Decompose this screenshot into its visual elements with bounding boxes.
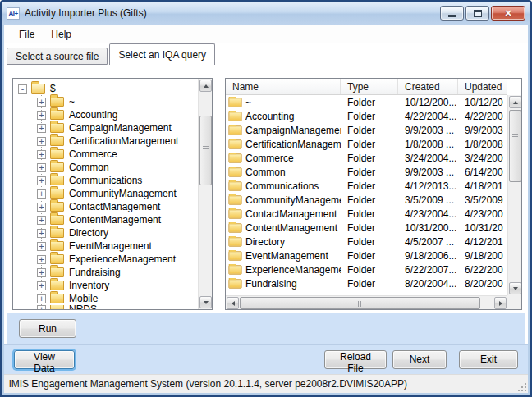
table-row[interactable]: Fundraising Folder 8/20/2004... 8/20/200 <box>226 276 507 290</box>
tree-item-label: Communications <box>69 175 142 186</box>
table-row[interactable]: EventManagement Folder 9/18/2006... 9/18… <box>226 249 507 262</box>
tree-item[interactable]: + Common <box>13 161 198 174</box>
menu-help[interactable]: Help <box>43 26 80 43</box>
expand-expander-icon[interactable]: + <box>37 229 46 238</box>
scroll-up-button[interactable] <box>509 96 521 108</box>
tree-item[interactable]: + Inventory <box>13 279 198 292</box>
tab-select-source-file[interactable]: Select a source file <box>7 48 108 65</box>
expand-expander-icon[interactable]: + <box>37 281 46 290</box>
expand-expander-icon[interactable]: + <box>37 216 46 225</box>
resize-grip-icon[interactable] <box>518 383 526 391</box>
scroll-up-button[interactable] <box>200 80 212 92</box>
scroll-right-button[interactable] <box>494 297 507 309</box>
table-row[interactable]: CampaignManagement Folder 9/9/2003 ... 9… <box>226 123 507 137</box>
row-name-label: Fundraising <box>245 278 297 290</box>
expand-expander-icon[interactable]: + <box>37 203 46 212</box>
tree-item[interactable]: + CertificationManagement <box>13 135 198 148</box>
next-button[interactable]: Next <box>392 350 447 369</box>
view-data-button[interactable]: View Data <box>14 350 75 369</box>
table-row[interactable]: ContentManagement Folder 10/31/200... 10… <box>226 221 507 235</box>
folder-icon <box>228 195 241 204</box>
table-row[interactable]: Communications Folder 4/12/2013... 4/18/… <box>226 179 507 193</box>
expand-expander-icon[interactable]: + <box>37 305 46 309</box>
tree-children: + ~ + Accounting + CampaignManagement + … <box>13 95 198 309</box>
column-header-updated[interactable]: Updated <box>458 79 507 94</box>
tree-item[interactable]: + ~ <box>13 95 198 108</box>
tree-item-root[interactable]: - $ <box>13 82 198 95</box>
scrollbar-thumb[interactable] <box>509 110 521 182</box>
reload-file-button[interactable]: Reload File <box>324 350 387 369</box>
scroll-down-button[interactable] <box>509 282 521 294</box>
close-button[interactable]: ✕ <box>491 6 525 21</box>
expand-expander-icon[interactable]: + <box>37 124 46 133</box>
minimize-button[interactable] <box>440 6 464 21</box>
expand-expander-icon[interactable]: + <box>37 242 46 251</box>
expand-expander-icon[interactable]: + <box>37 255 46 264</box>
tree-item[interactable]: + Communications <box>13 174 198 187</box>
column-header-name[interactable]: Name <box>226 79 341 94</box>
list-vertical-scrollbar[interactable] <box>507 95 521 295</box>
row-name-label: Commerce <box>245 153 294 164</box>
run-button[interactable]: Run <box>19 319 76 338</box>
tree-item[interactable]: + NRDS <box>13 305 198 309</box>
expand-expander-icon[interactable]: + <box>37 268 46 277</box>
expand-expander-icon[interactable]: + <box>37 150 46 159</box>
expand-expander-icon[interactable]: + <box>37 294 46 303</box>
tree-item[interactable]: + CampaignManagement <box>13 121 198 135</box>
tree-vertical-scrollbar[interactable] <box>198 79 212 309</box>
table-row[interactable]: ~ Folder 10/12/200... 10/12/20 <box>226 95 507 109</box>
row-name-cell: Directory <box>226 236 341 248</box>
row-name-cell: Fundraising <box>226 278 341 290</box>
scrollbar-thumb[interactable] <box>240 297 480 309</box>
scrollbar-thumb[interactable] <box>200 116 212 185</box>
expand-expander-icon[interactable]: + <box>37 176 46 185</box>
exit-button[interactable]: Exit <box>459 350 518 369</box>
expand-expander-icon[interactable]: + <box>37 111 46 120</box>
tree-item[interactable]: + Accounting <box>13 108 198 121</box>
folder-icon <box>228 209 241 218</box>
collapse-expander-icon[interactable]: - <box>18 84 27 94</box>
tab-select-iqa-query[interactable]: Select an IQA query <box>109 43 215 65</box>
tree-item[interactable]: + EventManagement <box>13 240 198 253</box>
scroll-left-button[interactable] <box>227 297 239 309</box>
folder-icon <box>228 237 241 246</box>
tree-item[interactable]: + ExperienceManagement <box>13 253 198 266</box>
expand-expander-icon[interactable]: + <box>37 163 46 172</box>
folder-icon <box>50 97 64 107</box>
tree-item[interactable]: + ContactManagement <box>13 200 198 213</box>
scroll-down-button[interactable] <box>200 296 212 308</box>
tree-item[interactable]: + Mobile <box>13 292 198 305</box>
arrow-up-icon <box>204 84 209 88</box>
row-type-cell: Folder <box>341 180 398 192</box>
row-name-cell: Common <box>226 167 341 178</box>
table-row[interactable]: ExperienceManagement Folder 6/22/2007...… <box>226 262 507 276</box>
table-row[interactable]: Commerce Folder 3/24/2004... 3/24/200 <box>226 151 507 165</box>
column-header-created[interactable]: Created <box>398 79 458 94</box>
list-horizontal-scrollbar[interactable] <box>226 295 507 309</box>
expand-expander-icon[interactable]: + <box>37 98 46 107</box>
expand-expander-icon[interactable]: + <box>37 137 46 146</box>
table-row[interactable]: ContactManagement Folder 4/23/2004... 4/… <box>226 207 507 221</box>
folder-icon <box>50 267 64 277</box>
menu-file[interactable]: File <box>11 26 43 43</box>
tree-item[interactable]: + Directory <box>13 226 198 240</box>
row-type-cell: Folder <box>341 250 398 262</box>
folder-icon <box>228 125 241 135</box>
tree-item[interactable]: + Commerce <box>13 148 198 161</box>
row-created-cell: 4/5/2007 ... <box>398 236 458 248</box>
table-row[interactable]: Accounting Folder 4/22/2004... 4/22/200 <box>226 109 507 123</box>
row-name-label: CertificationManagement <box>245 139 341 150</box>
table-row[interactable]: CertificationManagement Folder 1/8/2008 … <box>226 137 507 151</box>
maximize-button[interactable] <box>466 6 489 21</box>
expand-expander-icon[interactable]: + <box>37 189 46 198</box>
title-bar[interactable]: AI+ Activity Importer Plus (Gifts) ✕ <box>2 2 530 25</box>
row-updated-cell: 4/18/201 <box>458 180 503 192</box>
row-name-label: CommunityManagement <box>245 194 341 206</box>
table-row[interactable]: Directory Folder 4/5/2007 ... 4/12/201 <box>226 235 507 249</box>
tree-item[interactable]: + ContentManagement <box>13 213 198 226</box>
column-header-type[interactable]: Type <box>341 79 398 94</box>
tree-item[interactable]: + Fundraising <box>13 266 198 279</box>
tree-item[interactable]: + CommunityManagement <box>13 187 198 200</box>
table-row[interactable]: CommunityManagement Folder 3/5/2009 ... … <box>226 193 507 207</box>
table-row[interactable]: Common Folder 9/9/2003 ... 6/14/200 <box>226 165 507 179</box>
